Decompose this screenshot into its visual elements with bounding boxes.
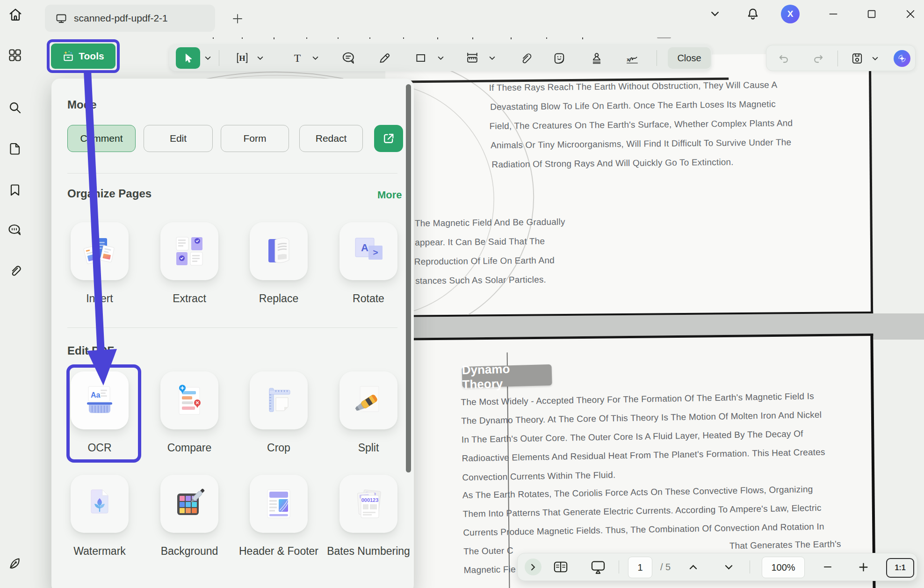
sidebar-pages-button[interactable] (7, 141, 22, 156)
tool-tile-split[interactable]: Split (339, 371, 397, 429)
close-window-button[interactable] (902, 6, 919, 22)
measure-tool-chevron[interactable] (487, 45, 497, 71)
mode-option-comment[interactable]: Comment (67, 125, 136, 152)
text-icon: T (291, 51, 304, 65)
zoom-in-button[interactable] (852, 553, 875, 581)
sidebar-apps-button[interactable] (7, 48, 22, 63)
document-page-2: Dynamo Theory The Most Widely - Accepted… (384, 334, 875, 588)
heading-tool-button[interactable]: H (232, 45, 253, 71)
save-button[interactable] (847, 45, 867, 72)
reader-view-button[interactable] (549, 553, 572, 581)
actual-size-label: 1:1 (895, 564, 905, 572)
comment-tool-button[interactable] (339, 45, 359, 71)
signature-icon: x (625, 51, 640, 65)
tool-tile-extract[interactable]: Extract (160, 222, 218, 280)
notifications-button[interactable] (744, 5, 761, 23)
ai-assistant-button[interactable] (894, 50, 910, 67)
sidebar-attachments-button[interactable] (7, 263, 22, 278)
tools-panel: Mode Comment Edit Form Redact Organize P… (51, 79, 414, 588)
undo-button[interactable] (774, 45, 794, 72)
shape-tool-button[interactable] (411, 45, 431, 71)
cursor-icon (182, 52, 194, 64)
ruler-icon (465, 51, 479, 65)
redo-button[interactable] (808, 45, 828, 72)
document-page-1: If These Rays Reach The Earth Without Ob… (385, 53, 873, 317)
close-annotation-button[interactable]: Close (668, 47, 711, 69)
zoom-level-input[interactable]: 100% (762, 557, 805, 578)
previous-page-button[interactable] (682, 553, 704, 581)
tool-tile-replace[interactable]: Replace (250, 222, 308, 280)
page-total: / 5 (655, 553, 676, 581)
next-page-button[interactable] (718, 553, 739, 581)
select-tool-chevron[interactable] (203, 45, 212, 71)
maximize-button[interactable] (863, 6, 880, 22)
tool-tile-compare[interactable]: Compare (160, 371, 218, 429)
tools-button[interactable]: Tools (51, 44, 116, 69)
signature-tool-button[interactable]: x (622, 45, 642, 71)
tool-tile-insert[interactable]: Insert (71, 222, 129, 280)
bates-numbering-icon: 000123 (352, 487, 385, 521)
svg-text:T: T (294, 52, 301, 64)
svg-text:H: H (239, 54, 245, 63)
measure-tool-button[interactable] (462, 45, 483, 71)
tile-label: Header & Footer (236, 544, 322, 558)
stamp-tool-button[interactable] (586, 45, 607, 71)
avatar-letter: X (787, 9, 794, 19)
mode-option-form[interactable]: Form (221, 125, 289, 152)
text-tool-chevron[interactable] (310, 45, 320, 71)
menu-chevron-button[interactable] (707, 7, 723, 22)
mode-section-title: Mode (67, 98, 97, 111)
panel-scrollbar[interactable] (406, 84, 411, 472)
svg-text:>: > (373, 247, 378, 257)
organize-more-link[interactable]: More (377, 189, 402, 201)
zoom-out-button[interactable] (816, 553, 839, 581)
tile-label: Extract (146, 291, 232, 305)
document-line: The Magnetic Field And Be Gradually (415, 217, 565, 228)
new-tab-button[interactable] (228, 10, 247, 27)
external-link-icon (382, 132, 395, 145)
tool-tile-crop[interactable]: Crop (250, 371, 308, 429)
maximize-icon (866, 8, 877, 20)
sidebar-pen-button[interactable] (7, 556, 22, 571)
page-number-input[interactable]: 1 (628, 557, 652, 578)
mode-option-redact[interactable]: Redact (299, 125, 363, 152)
comment-lines-icon (342, 51, 356, 65)
tool-tile-rotate[interactable]: A > Rotate (339, 222, 397, 280)
tool-tile-background[interactable]: Background (160, 475, 218, 533)
toolbox-icon (62, 50, 74, 62)
tool-tile-bates-numbering[interactable]: 000123 Bates Numbering (339, 475, 397, 533)
paperclip-icon (519, 51, 532, 65)
document-line: Radioactive Elements And Residual Heat F… (462, 447, 825, 464)
undo-icon (778, 52, 791, 65)
sidebar-comments-button[interactable] (7, 223, 22, 238)
sidebar-bookmarks-button[interactable] (7, 182, 22, 197)
minimize-button[interactable] (825, 6, 842, 22)
document-line: Magnetic Fie (464, 564, 516, 575)
text-tool-button[interactable]: T (287, 45, 308, 71)
heading-tool-chevron[interactable] (255, 45, 265, 71)
actual-size-button[interactable]: 1:1 (886, 558, 914, 578)
save-options-chevron[interactable] (870, 45, 880, 72)
open-in-window-button[interactable] (374, 125, 403, 152)
zoom-level-value: 100% (771, 562, 795, 573)
tool-tile-header-footer[interactable]: Header & Footer (250, 475, 308, 533)
tile-icon-box (250, 371, 308, 429)
home-button[interactable] (5, 4, 26, 25)
sticker-tool-button[interactable] (549, 45, 570, 71)
presentation-button[interactable] (587, 553, 609, 581)
tool-tile-watermark[interactable]: Watermark (71, 475, 129, 533)
sidebar-search-button[interactable] (7, 100, 22, 115)
document-tab[interactable]: scanned-pdf-updf-2-1 (45, 5, 215, 32)
select-tool-button[interactable] (176, 47, 200, 69)
chevron-down-icon (312, 56, 318, 60)
user-avatar[interactable]: X (781, 5, 800, 23)
attachment-tool-button[interactable] (515, 45, 536, 71)
pencil-tool-button[interactable] (374, 45, 395, 71)
tile-icon-box (160, 222, 218, 280)
minus-icon (823, 564, 832, 570)
mode-option-edit[interactable]: Edit (144, 125, 213, 152)
document-line: appear. It Can Be Said That The (415, 236, 545, 248)
expand-toolbar-button[interactable] (522, 553, 544, 581)
chevron-right-icon (531, 564, 535, 571)
shape-tool-chevron[interactable] (436, 45, 445, 71)
